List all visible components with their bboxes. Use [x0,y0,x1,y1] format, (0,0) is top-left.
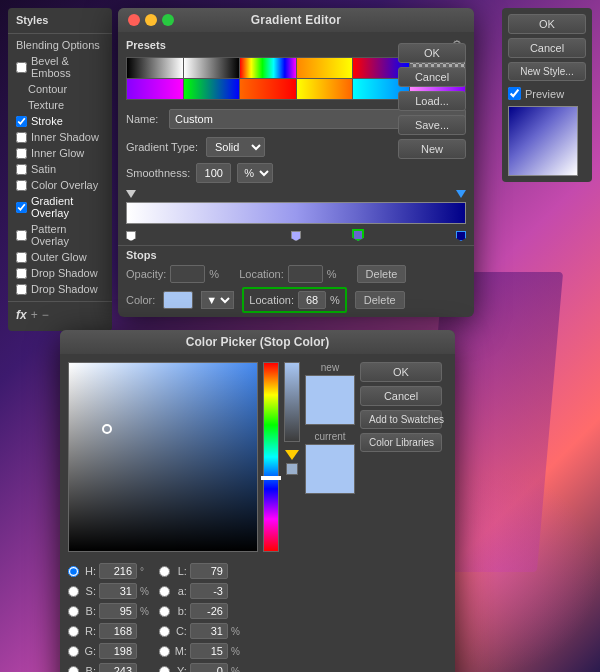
styles-outer-glow[interactable]: Outer Glow [8,249,112,265]
styles-color-overlay[interactable]: Color Overlay [8,177,112,193]
styles-pattern-overlay[interactable]: Pattern Overlay [8,221,112,249]
right-new-style-button[interactable]: New Style... [508,62,586,81]
opacity-stop-right[interactable] [456,190,466,198]
g-radio[interactable] [68,646,79,657]
preset-7[interactable] [127,79,183,99]
ge-load-button[interactable]: Load... [398,91,466,111]
opacity-stop-left[interactable] [126,190,136,198]
color-field[interactable] [68,362,258,552]
gradient-bar[interactable] [126,202,466,224]
delete-button-2[interactable]: Delete [355,291,405,309]
smoothness-unit-select[interactable]: % [237,163,273,183]
r-input[interactable] [99,623,137,639]
location-input-2[interactable] [298,291,326,309]
styles-drop-shadow-2[interactable]: Drop Shadow [8,281,112,297]
preset-8[interactable] [184,79,240,99]
color-stop-blue[interactable] [456,231,466,241]
drop-shadow-1-check[interactable] [16,268,27,279]
stroke-check[interactable] [16,116,27,127]
M-input[interactable] [190,643,228,659]
b2-radio[interactable] [68,666,79,673]
C-radio[interactable] [159,626,170,637]
inner-glow-check[interactable] [16,148,27,159]
r-radio[interactable] [68,626,79,637]
b3-radio[interactable] [159,606,170,617]
satin-check[interactable] [16,164,27,175]
preset-9[interactable] [240,79,296,99]
preset-1[interactable] [127,58,183,78]
color-preview-swatch[interactable] [163,291,193,309]
cp-ok-button[interactable]: OK [360,362,442,382]
ge-save-button[interactable]: Save... [398,115,466,135]
preset-2[interactable] [184,58,240,78]
ge-new-button[interactable]: New [398,139,466,159]
styles-bevel-emboss[interactable]: Bevel & Emboss [8,53,112,81]
L-radio[interactable] [159,566,170,577]
window-close-button[interactable] [128,14,140,26]
gradient-overlay-check[interactable] [16,202,27,213]
styles-fx-row[interactable]: fx + − [8,305,112,325]
styles-drop-shadow-1[interactable]: Drop Shadow [8,265,112,281]
color-overlay-check[interactable] [16,180,27,191]
color-source-select[interactable]: ▼ [201,291,234,309]
pattern-overlay-check[interactable] [16,230,27,241]
styles-texture[interactable]: Texture [8,97,112,113]
alpha-slider[interactable] [284,362,300,442]
outer-glow-check[interactable] [16,252,27,263]
right-ok-button[interactable]: OK [508,14,586,34]
s-input[interactable] [99,583,137,599]
preset-10[interactable] [297,79,353,99]
minus-icon[interactable]: − [42,308,49,322]
hue-slider[interactable] [263,362,279,552]
window-minimize-button[interactable] [145,14,157,26]
cp-cancel-button[interactable]: Cancel [360,386,442,406]
location-input-1[interactable] [288,265,323,283]
preset-4[interactable] [297,58,353,78]
cp-color-libraries-button[interactable]: Color Libraries [360,433,442,452]
cp-add-swatches-button[interactable]: Add to Swatches [360,410,442,429]
preview-checkbox[interactable] [508,87,521,100]
gradient-type-select[interactable]: Solid Noise [206,137,265,157]
b-input[interactable] [99,603,137,619]
Y-radio[interactable] [159,666,170,673]
styles-inner-shadow[interactable]: Inner Shadow [8,129,112,145]
styles-inner-glow[interactable]: Inner Glow [8,145,112,161]
ge-cancel-button[interactable]: Cancel [398,67,466,87]
h-radio[interactable] [68,566,79,577]
styles-satin[interactable]: Satin [8,161,112,177]
styles-stroke[interactable]: Stroke [8,113,112,129]
a-radio[interactable] [159,586,170,597]
color-stop-selected[interactable] [352,229,364,241]
styles-contour[interactable]: Contour [8,81,112,97]
window-maximize-button[interactable] [162,14,174,26]
L-input[interactable] [190,563,228,579]
gradient-editor-dialog: Gradient Editor Presets ⚙ [118,8,474,317]
opacity-input[interactable] [170,265,205,283]
drop-shadow-2-check[interactable] [16,284,27,295]
delete-button-1[interactable]: Delete [357,265,407,283]
right-cancel-button[interactable]: Cancel [508,38,586,58]
ge-ok-button[interactable]: OK [398,43,466,63]
Y-input[interactable] [190,663,228,672]
M-radio[interactable] [159,646,170,657]
g-input[interactable] [99,643,137,659]
styles-blending-options[interactable]: Blending Options [8,37,112,53]
inner-shadow-check[interactable] [16,132,27,143]
b2-input[interactable] [99,663,137,672]
bevel-emboss-check[interactable] [16,62,27,73]
a-input[interactable] [190,583,228,599]
gamut-warning-icon[interactable] [285,450,299,460]
s-radio[interactable] [68,586,79,597]
gamut-swatch[interactable] [286,463,298,475]
C-input[interactable] [190,623,228,639]
right-panel: OK Cancel New Style... Preview [502,8,592,182]
b-radio[interactable] [68,606,79,617]
h-input[interactable] [99,563,137,579]
styles-gradient-overlay[interactable]: Gradient Overlay [8,193,112,221]
color-stop-mid[interactable] [291,231,301,241]
plus-icon[interactable]: + [31,308,38,322]
color-stop-white[interactable] [126,231,136,241]
b3-input[interactable] [190,603,228,619]
smoothness-input[interactable] [196,163,231,183]
preset-3[interactable] [240,58,296,78]
